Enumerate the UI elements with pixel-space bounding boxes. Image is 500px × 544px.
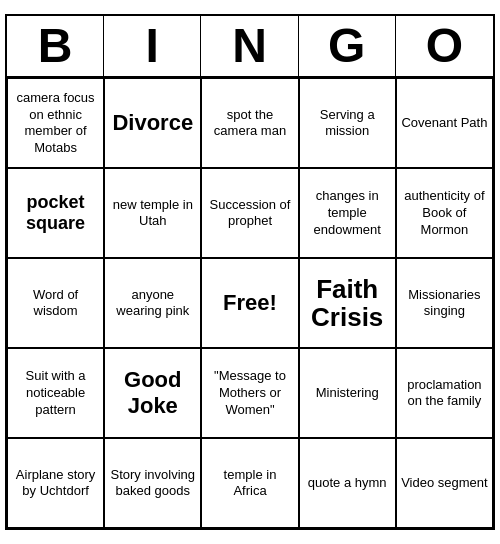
bingo-grid: camera focus on ethnic member of MotabsD… [7, 78, 493, 528]
bingo-cell-r3c2[interactable]: "Message to Mothers or Women" [201, 348, 298, 438]
header-letter-n: N [201, 16, 298, 77]
bingo-cell-r1c0[interactable]: pocket square [7, 168, 104, 258]
header-letter-o: O [396, 16, 493, 77]
bingo-cell-r0c4[interactable]: Covenant Path [396, 78, 493, 168]
bingo-cell-r2c3[interactable]: Faith Crisis [299, 258, 396, 348]
bingo-cell-r3c3[interactable]: Ministering [299, 348, 396, 438]
bingo-cell-r1c2[interactable]: Succession of prophet [201, 168, 298, 258]
bingo-cell-r2c1[interactable]: anyone wearing pink [104, 258, 201, 348]
bingo-cell-r3c0[interactable]: Suit with a noticeable pattern [7, 348, 104, 438]
bingo-cell-r2c2[interactable]: Free! [201, 258, 298, 348]
bingo-cell-r4c3[interactable]: quote a hymn [299, 438, 396, 528]
bingo-cell-r0c0[interactable]: camera focus on ethnic member of Motabs [7, 78, 104, 168]
bingo-cell-r2c4[interactable]: Missionaries singing [396, 258, 493, 348]
header-letter-g: G [299, 16, 396, 77]
bingo-cell-r2c0[interactable]: Word of wisdom [7, 258, 104, 348]
bingo-cell-r4c4[interactable]: Video segment [396, 438, 493, 528]
bingo-card: BINGO camera focus on ethnic member of M… [5, 14, 495, 531]
bingo-cell-r1c3[interactable]: changes in temple endowment [299, 168, 396, 258]
bingo-cell-r0c3[interactable]: Serving a mission [299, 78, 396, 168]
bingo-cell-r0c1[interactable]: Divorce [104, 78, 201, 168]
bingo-cell-r4c0[interactable]: Airplane story by Uchtdorf [7, 438, 104, 528]
bingo-cell-r0c2[interactable]: spot the camera man [201, 78, 298, 168]
header-letter-b: B [7, 16, 104, 77]
bingo-cell-r1c1[interactable]: new temple in Utah [104, 168, 201, 258]
header-letter-i: I [104, 16, 201, 77]
bingo-cell-r3c4[interactable]: proclamation on the family [396, 348, 493, 438]
bingo-cell-r4c2[interactable]: temple in Africa [201, 438, 298, 528]
bingo-header: BINGO [7, 16, 493, 79]
bingo-cell-r1c4[interactable]: authenticity of Book of Mormon [396, 168, 493, 258]
bingo-cell-r4c1[interactable]: Story involving baked goods [104, 438, 201, 528]
bingo-cell-r3c1[interactable]: Good Joke [104, 348, 201, 438]
